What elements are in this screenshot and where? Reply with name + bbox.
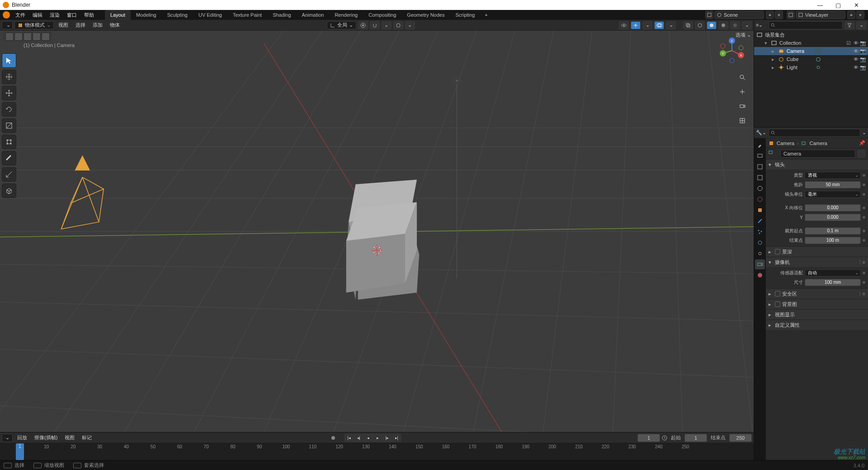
jump-next-keyframe-button[interactable]: |▸ <box>382 434 392 442</box>
focal-length-field[interactable]: 50 mm <box>805 181 861 188</box>
shading-wireframe[interactable] <box>695 21 705 29</box>
overlays-dropdown[interactable]: ⌄ <box>666 21 676 29</box>
tool-select-box[interactable] <box>2 53 16 68</box>
viewport-menu-add[interactable]: 添加 <box>90 22 105 28</box>
menu-window[interactable]: 窗口 <box>63 10 80 20</box>
render-icon[interactable]: 📷 <box>860 40 866 46</box>
tab-constraints[interactable] <box>755 249 765 258</box>
render-icon[interactable]: 📷 <box>860 56 866 62</box>
select-mode-circle[interactable] <box>24 33 32 41</box>
outliner-item-light[interactable]: ▸ Light 👁📷 <box>754 63 868 71</box>
panel-lens-header[interactable]: ▾ 镜头 <box>766 160 868 169</box>
nav-pan-button[interactable] <box>736 86 748 98</box>
dof-checkbox[interactable] <box>775 249 780 254</box>
bg-checkbox[interactable] <box>775 301 780 307</box>
disclosure-icon[interactable]: ▸ <box>770 65 776 70</box>
workspace-tab-shading[interactable]: Shading <box>267 10 296 20</box>
camera-data-icon[interactable] <box>815 48 822 54</box>
animate-dot[interactable] <box>863 174 865 177</box>
jump-to-start-button[interactable]: |◂ <box>344 434 354 442</box>
workspace-tab-rendering[interactable]: Rendering <box>329 10 363 20</box>
scene-new-button[interactable]: + <box>766 11 774 19</box>
light-data-icon[interactable] <box>815 64 822 70</box>
properties-options-button[interactable]: ⌄ <box>862 130 866 136</box>
shading-rendered[interactable] <box>730 21 740 29</box>
overlays-toggle[interactable] <box>654 21 664 29</box>
panel-custom-header[interactable]: ▸自定义属性 <box>766 320 868 330</box>
animate-dot[interactable] <box>863 230 865 232</box>
tab-modifiers[interactable] <box>755 216 765 226</box>
tab-physics[interactable] <box>755 238 765 248</box>
sensor-size-field[interactable]: 100 mm <box>805 279 861 286</box>
blender-icon[interactable] <box>3 11 10 19</box>
tab-particles[interactable] <box>755 227 765 237</box>
tool-add-cube[interactable] <box>2 183 16 198</box>
outliner-editor-type[interactable]: ≡⌄ <box>756 22 767 28</box>
properties-search-input[interactable] <box>769 129 860 137</box>
viewlayer-name-field[interactable]: ViewLayer <box>796 11 845 19</box>
outliner-filter-button[interactable] <box>844 21 854 29</box>
scene-browse-button[interactable] <box>705 11 713 19</box>
select-mode-box[interactable] <box>14 33 23 41</box>
outliner-item-cube[interactable]: ▸ Cube 👁📷 <box>754 55 868 63</box>
shading-solid[interactable] <box>707 21 717 29</box>
safe-checkbox[interactable] <box>775 291 780 296</box>
outliner-new-collection-button[interactable]: ⌄ <box>856 21 866 29</box>
select-mode-lasso[interactable] <box>33 33 41 41</box>
timeline-playback-menu[interactable]: 回放 <box>14 434 30 441</box>
tab-output[interactable] <box>755 162 765 172</box>
select-mode-tweak[interactable] <box>5 33 14 41</box>
current-frame-field[interactable]: 1 <box>637 434 660 442</box>
panel-dof-header[interactable]: ▸景深 <box>766 247 868 257</box>
outliner-scene-collection[interactable]: 场景集合 <box>754 31 868 39</box>
camera-name-field[interactable]: Camera <box>780 150 855 158</box>
tab-scene[interactable] <box>755 183 765 193</box>
tool-annotate[interactable] <box>2 151 16 165</box>
jump-to-end-button[interactable]: ▸| <box>392 434 401 442</box>
sensor-fit-dropdown[interactable]: 自动 <box>805 269 861 277</box>
workspace-tab-texture-paint[interactable]: Texture Paint <box>227 10 267 20</box>
timeline-view-menu[interactable]: 视图 <box>62 434 77 441</box>
fake-user-toggle[interactable] <box>857 150 865 158</box>
menu-render[interactable]: 渲染 <box>46 10 63 20</box>
tool-measure[interactable] <box>2 167 16 182</box>
animate-dot[interactable] <box>863 207 865 209</box>
workspace-tab-modeling[interactable]: Modeling <box>131 10 162 20</box>
panel-menu-icon[interactable]: ⋮≡ <box>858 259 865 265</box>
visibility-dropdown[interactable] <box>619 21 629 29</box>
window-close-button[interactable]: ✕ <box>847 2 865 9</box>
render-icon[interactable]: 📷 <box>860 65 866 70</box>
pin-icon[interactable]: 📌 <box>859 140 865 146</box>
viewport-options-dropdown[interactable]: 选项 ⌄ <box>736 32 751 38</box>
tool-move[interactable] <box>2 86 16 100</box>
snap-settings-dropdown[interactable]: ⌄ <box>382 21 392 29</box>
tab-viewlayer[interactable] <box>755 173 765 183</box>
menu-file[interactable]: 文件 <box>12 10 29 20</box>
animate-dot[interactable] <box>863 183 865 186</box>
gizmo-toggle[interactable] <box>631 21 641 29</box>
animate-dot[interactable] <box>863 272 865 274</box>
panel-vp-header[interactable]: ▸视图显示 <box>766 310 868 320</box>
editor-type-dropdown[interactable]: ⌄ <box>2 21 13 29</box>
eye-icon[interactable]: 👁 <box>853 56 859 62</box>
gizmo-dropdown[interactable]: ⌄ <box>642 21 652 29</box>
eye-icon[interactable]: 👁 <box>853 40 859 46</box>
viewport-menu-object[interactable]: 物体 <box>107 22 123 28</box>
scene-delete-button[interactable]: × <box>775 11 783 19</box>
eye-icon[interactable]: 👁 <box>853 48 859 54</box>
workspace-tab-uv-editing[interactable]: UV Editing <box>193 10 227 20</box>
nav-zoom-button[interactable] <box>736 71 748 83</box>
window-maximize-button[interactable]: ▢ <box>829 2 847 9</box>
timeline-ruler[interactable]: 1 11020304050607080901001101201301401501… <box>0 443 754 460</box>
shift-x-field[interactable]: 0.000 <box>805 204 861 212</box>
viewport-menu-view[interactable]: 视图 <box>56 22 71 28</box>
outliner-search-input[interactable] <box>769 21 843 29</box>
checkbox-icon[interactable]: ☑ <box>845 40 852 46</box>
start-frame-field[interactable]: 1 <box>684 434 707 442</box>
disclosure-icon[interactable]: ▾ <box>763 40 769 46</box>
play-button[interactable]: ▸ <box>373 434 382 442</box>
tab-render[interactable] <box>755 151 765 161</box>
browse-data-button[interactable] <box>769 150 778 158</box>
end-frame-field[interactable]: 250 <box>729 434 752 442</box>
clip-start-field[interactable]: 0.1 m <box>805 227 861 235</box>
